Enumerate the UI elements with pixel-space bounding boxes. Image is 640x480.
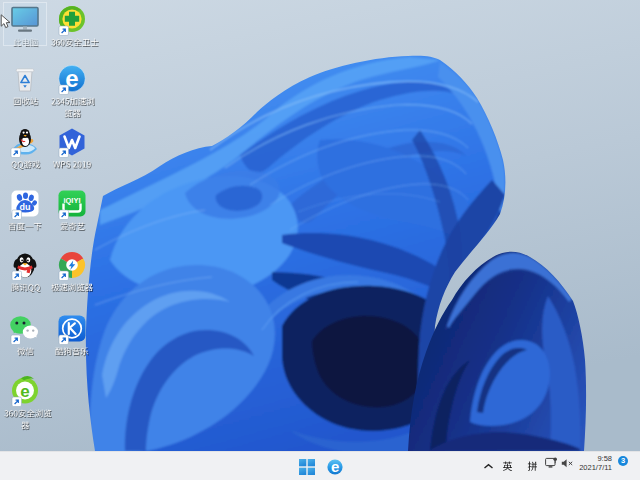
- svg-text:e: e: [331, 459, 339, 475]
- svg-text:iQIYI: iQIYI: [63, 196, 80, 205]
